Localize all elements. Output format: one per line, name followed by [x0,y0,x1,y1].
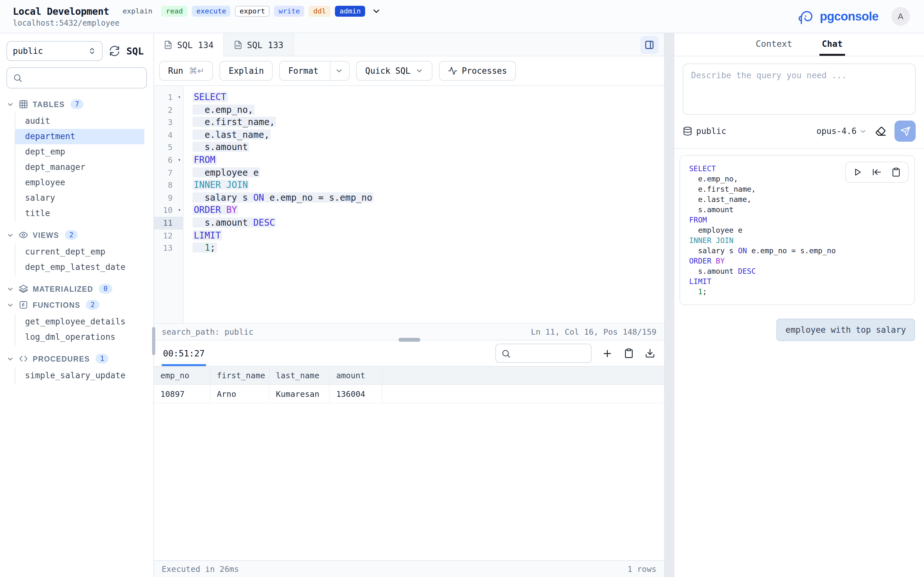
column-header-emp_no[interactable]: emp_no [154,367,210,384]
download-results-button[interactable] [645,348,655,358]
sidebar-resize-handle[interactable] [152,327,155,355]
tree-section-functions[interactable]: FUNCTIONS2 [4,297,153,313]
code-line[interactable]: 1; [192,242,664,254]
results-footer: Executed in 26ms 1 rows [154,560,664,577]
model-selector[interactable]: opus-4.6 [817,126,867,136]
search-icon [13,73,23,83]
schema-context-chip[interactable]: public [683,126,726,136]
sql-editor[interactable]: 1▾23456▾78910▾111213 SELECT e.emp_no, e.… [154,86,664,323]
env-badge-export: export [235,6,270,17]
elephant-logo-icon [796,7,816,26]
tree-section-label: MATERIALIZED [33,285,94,293]
insert-into-editor-button[interactable] [872,167,882,177]
tab-sql-133[interactable]: SQL 133 [224,33,294,56]
chevron-down-icon [6,355,14,363]
table-grid-icon [19,99,28,109]
results-table: emp_nofirst_namelast_nameamount10897Arno… [154,366,664,403]
eraser-icon [875,126,886,137]
file-code-icon [164,40,173,49]
run-button[interactable]: Run ⌘↵ [159,61,213,81]
fold-marker-icon[interactable]: ▾ [178,154,181,166]
assistant-sql-message: SELECT e.emp_no, e.first_name, e.last_na… [680,155,915,305]
quick-sql-button[interactable]: Quick SQL [356,61,432,81]
sidebar-search-input[interactable] [23,73,141,83]
results-search[interactable] [495,343,591,363]
toggle-right-panel-button[interactable] [640,35,658,53]
cell[interactable]: 136004 [330,385,383,403]
tree-item-current_dept_emp[interactable]: current_dept_emp [15,244,144,259]
tree-section-tables[interactable]: TABLES7 [4,96,153,112]
code-line[interactable]: salary s ON e.emp_no = s.emp_no [192,192,664,204]
sql-mode-label[interactable]: SQL [126,45,144,57]
tree-section-views[interactable]: VIEWS2 [4,227,153,243]
cell[interactable]: 10897 [154,385,210,403]
chevron-down-icon[interactable] [335,67,343,75]
line-number: 11 [154,217,183,229]
code-line[interactable]: e.last_name, [192,129,664,141]
run-suggested-sql-button[interactable] [853,167,863,177]
tree-item-simple_salary_update[interactable]: simple_salary_update [15,368,144,384]
fold-marker-icon[interactable]: ▾ [178,91,181,103]
tree-item-title[interactable]: title [15,206,144,221]
tree-item-department[interactable]: department [15,129,144,144]
clear-chat-button[interactable] [875,126,886,137]
format-button[interactable]: Format [279,61,350,81]
brand-name: pgconsole [820,9,879,23]
line-number: 10▾ [154,204,183,217]
processes-button[interactable]: Processes [439,61,516,81]
user-avatar[interactable]: A [891,7,910,26]
code-line[interactable]: SELECT [192,91,664,103]
tree-item-salary[interactable]: salary [15,190,144,206]
column-header-first_name[interactable]: first_name [210,367,270,384]
schema-select[interactable]: public [6,41,103,61]
tree-section-materialized[interactable]: MATERIALIZED0 [4,281,153,297]
tree-item-dept_manager[interactable]: dept_manager [15,160,144,175]
code-line[interactable]: LIMIT [192,229,664,242]
code-line[interactable]: employee e [192,166,664,179]
tree-item-get_employee_details[interactable]: get_employee_details [15,314,144,330]
code-line[interactable]: ORDER BY [192,204,664,217]
cell[interactable]: Arno [210,385,270,403]
line-number: 8 [154,179,183,191]
copy-results-button[interactable] [624,348,634,358]
tree-item-employee[interactable]: employee [15,175,144,190]
add-result-tab-button[interactable] [602,348,613,359]
tab-sql-134[interactable]: SQL 134 [154,33,224,56]
fold-marker-icon[interactable]: ▾ [178,204,181,217]
code-line[interactable]: e.emp_no, [192,103,664,116]
assistant-code-line: FROM [689,215,905,225]
cell[interactable]: Kumaresan [270,385,330,403]
code-line[interactable]: e.first_name, [192,116,664,129]
tab-context[interactable]: Context [753,33,795,56]
results-resize-handle[interactable] [398,338,420,342]
sidebar-search[interactable] [6,67,147,89]
function-icon [19,300,28,309]
chevron-down-icon[interactable] [372,6,381,16]
code-line[interactable]: s.amount DESC [192,217,664,229]
result-set-tab[interactable]: 00:51:27 [162,340,206,366]
refresh-button[interactable] [109,45,120,56]
tree-item-audit[interactable]: audit [15,113,144,129]
column-header-amount[interactable]: amount [330,367,383,384]
tree-item-dept_emp_latest_date[interactable]: dept_emp_latest_date [15,259,144,275]
column-header-last_name[interactable]: last_name [270,367,330,384]
code-line[interactable]: s.amount [192,141,664,154]
chevron-down-icon [6,231,14,239]
results-search-input[interactable] [511,348,586,358]
tab-chat[interactable]: Chat [819,33,845,56]
app-header: Local Development explainreadexecuteexpo… [0,0,924,33]
editor-code[interactable]: SELECT e.emp_no, e.first_name, e.last_na… [184,86,664,323]
code-line[interactable]: FROM [192,154,664,166]
activity-icon [447,66,457,76]
copy-sql-button[interactable] [891,167,901,177]
tree-item-dept_emp[interactable]: dept_emp [15,144,144,160]
tree-item-log_dml_operations[interactable]: log_dml_operations [15,330,144,345]
assistant-code-line: INNER JOIN [689,235,905,245]
send-button[interactable] [895,121,916,142]
database-icon [683,126,692,136]
code-line[interactable]: INNER JOIN [192,179,664,191]
assistant-code-line: s.amount DESC [689,266,905,276]
tree-section-procedures[interactable]: PROCEDURES1 [4,351,153,367]
explain-button[interactable]: Explain [220,61,273,81]
chat-input[interactable] [683,63,916,115]
